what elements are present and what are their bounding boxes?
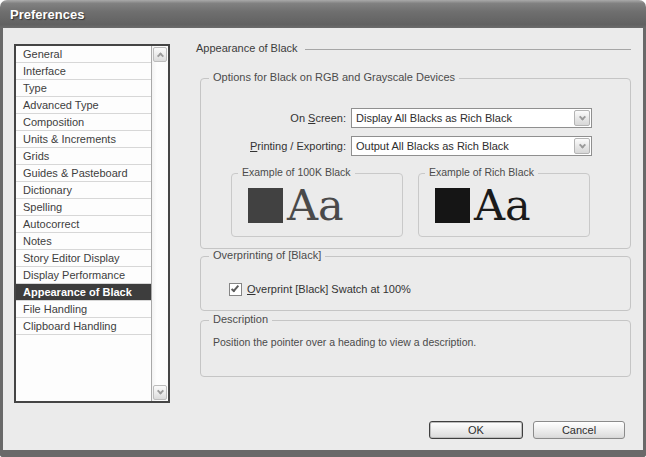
ok-button[interactable]: OK [429,421,523,439]
sidebar-item-interface[interactable]: Interface [16,63,151,80]
options-group-title: Options for Black on RGB and Grayscale D… [209,71,459,83]
page-heading: Appearance of Black [196,42,631,54]
sidebar-item-label: Interface [23,65,66,77]
description-group-title: Description [209,313,272,325]
page-heading-text: Appearance of Black [196,42,298,54]
sidebar-item-label: File Handling [23,303,87,315]
sidebar-item-guides-pasteboard[interactable]: Guides & Pasteboard [16,165,151,182]
dialog-client-area: General Interface Type Advanced Type Com… [3,28,643,450]
rich-black-swatch [435,188,470,223]
sidebar-item-label: Story Editor Display [23,252,120,264]
chevron-up-icon [156,52,163,59]
overprinting-groupbox: Overprinting of [Black] Overprint [Black… [200,256,631,311]
combo-dropdown-button[interactable] [574,138,590,154]
sidebar-item-label: Spelling [23,201,62,213]
sidebar-item-label: Dictionary [23,184,72,196]
example-100k-black-title: Example of 100K Black [238,166,355,178]
sidebar-item-clipboard-handling[interactable]: Clipboard Handling [16,318,151,335]
example-rich-black-box: Example of Rich Black Aa [418,173,590,237]
sidebar-item-label: Composition [23,116,84,128]
sidebar-item-autocorrect[interactable]: Autocorrect [16,216,151,233]
sidebar-item-label: Grids [23,150,49,162]
chevron-down-icon [578,141,585,148]
chevron-down-icon [578,113,585,120]
sidebar-item-appearance-of-black[interactable]: Appearance of Black [16,284,151,301]
category-list: General Interface Type Advanced Type Com… [16,46,151,401]
example-rich-black-title: Example of Rich Black [425,166,538,178]
sidebar-item-label: Units & Increments [23,133,116,145]
sidebar-item-label: Appearance of Black [23,286,132,298]
scroll-up-button[interactable] [153,47,167,62]
description-groupbox: Description Position the pointer over a … [200,320,631,377]
sidebar-item-label: Autocorrect [23,218,79,230]
sidebar-item-units-increments[interactable]: Units & Increments [16,131,151,148]
overprinting-group-title: Overprinting of [Black] [209,249,325,261]
list-scrollbar[interactable] [151,46,168,401]
description-text: Position the pointer over a heading to v… [213,336,622,348]
cancel-button[interactable]: Cancel [533,421,625,439]
options-groupbox: Options for Black on RGB and Grayscale D… [200,78,631,249]
rich-black-sample-text: Aa [474,187,531,223]
sidebar-item-story-editor-display[interactable]: Story Editor Display [16,250,151,267]
window-title: Preferences [10,7,84,22]
sidebar-item-label: Display Performance [23,269,125,281]
overprint-checkbox[interactable] [229,283,242,296]
sidebar-item-label: General [23,48,62,60]
sidebar-item-notes[interactable]: Notes [16,233,151,250]
sidebar-item-type[interactable]: Type [16,80,151,97]
sidebar-item-label: Notes [23,235,52,247]
on-screen-combobox[interactable]: Display All Blacks as Rich Black [351,108,592,128]
heading-rule [305,49,631,50]
ok-button-label: OK [468,424,484,436]
checkmark-icon [231,284,239,293]
scroll-down-button[interactable] [153,385,167,400]
cancel-button-label: Cancel [562,424,596,436]
on-screen-value: Display All Blacks as Rich Black [352,112,574,124]
sidebar-item-label: Clipboard Handling [23,320,117,332]
sidebar-item-composition[interactable]: Composition [16,114,151,131]
black-100k-sample-text: Aa [287,187,344,223]
sidebar-item-general[interactable]: General [16,46,151,63]
title-bar[interactable]: Preferences [0,0,646,28]
category-listbox: General Interface Type Advanced Type Com… [14,44,170,403]
example-100k-black-box: Example of 100K Black Aa [231,173,403,237]
combo-dropdown-button[interactable] [574,110,590,126]
sidebar-item-label: Advanced Type [23,99,99,111]
sidebar-item-label: Type [23,82,47,94]
sidebar-item-label: Guides & Pasteboard [23,167,128,179]
printing-exporting-value: Output All Blacks as Rich Black [352,140,574,152]
sidebar-item-spelling[interactable]: Spelling [16,199,151,216]
overprint-checkbox-label[interactable]: Overprint [Black] Swatch at 100% [247,283,411,295]
chevron-down-icon [156,388,163,395]
preferences-dialog: Preferences General Interface Type Advan… [0,0,646,457]
sidebar-item-file-handling[interactable]: File Handling [16,301,151,318]
sidebar-item-display-performance[interactable]: Display Performance [16,267,151,284]
black-100k-swatch [248,188,283,223]
on-screen-label: On Screen: [201,112,346,124]
example-100k-black-row: Aa [232,174,402,223]
sidebar-item-advanced-type[interactable]: Advanced Type [16,97,151,114]
window-frame: General Interface Type Advanced Type Com… [0,28,646,457]
printing-exporting-combobox[interactable]: Output All Blacks as Rich Black [351,136,592,156]
sidebar-item-grids[interactable]: Grids [16,148,151,165]
example-rich-black-row: Aa [419,174,589,223]
sidebar-item-dictionary[interactable]: Dictionary [16,182,151,199]
printing-exporting-label: Printing / Exporting: [201,140,346,152]
